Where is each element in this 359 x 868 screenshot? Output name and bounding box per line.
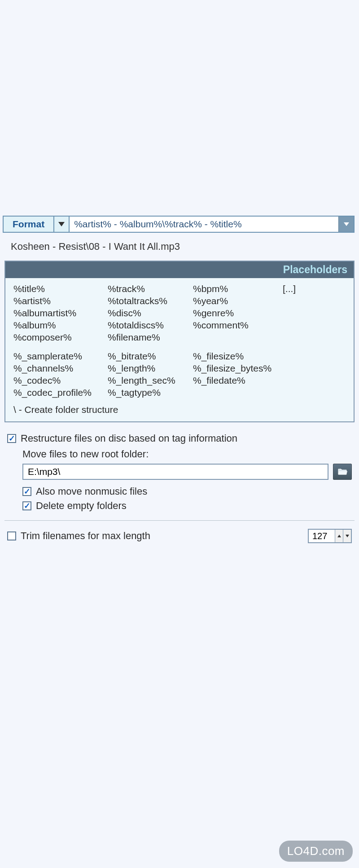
placeholder-item[interactable]: %composer% (13, 332, 108, 343)
svg-marker-3 (346, 535, 349, 537)
format-history-dropdown[interactable] (338, 217, 354, 232)
placeholders-body: %title% %track% %bpm% [...] %artist% %to… (5, 278, 354, 421)
placeholder-item[interactable]: %genre% (193, 308, 283, 319)
delete-empty-checkbox[interactable] (22, 501, 31, 510)
root-folder-input[interactable] (22, 464, 328, 480)
restructure-subsection: Move files to new root folder: Also move… (4, 447, 355, 517)
placeholder-item[interactable]: %albumartist% (13, 308, 108, 319)
chevron-down-icon (346, 535, 349, 537)
placeholder-item[interactable]: %_codec_profile% (13, 387, 108, 398)
format-preview: Kosheen - Resist\08 - I Want It All.mp3 (4, 238, 355, 261)
trim-length-spinner (308, 529, 352, 543)
restructure-checkbox[interactable] (7, 434, 16, 443)
placeholders-panel: Placeholders %title% %track% %bpm% [...]… (4, 261, 355, 422)
placeholder-item[interactable]: %album% (13, 320, 108, 331)
trim-checkbox[interactable] (7, 531, 16, 540)
folder-open-icon (337, 468, 347, 475)
watermark: LO4D.com (279, 841, 353, 862)
chevron-up-icon (337, 535, 341, 537)
trim-row: Trim filenames for max length (4, 524, 355, 548)
placeholder-item[interactable]: %artist% (13, 296, 108, 306)
browse-folder-button[interactable] (333, 464, 352, 480)
svg-marker-0 (58, 222, 65, 226)
placeholder-item[interactable]: %_length% (108, 363, 193, 374)
placeholders-grid-1: %title% %track% %bpm% [...] %artist% %to… (13, 283, 346, 343)
nonmusic-checkbox[interactable] (22, 487, 31, 496)
placeholder-item[interactable]: %year% (193, 296, 283, 306)
restructure-checkbox-label: Restructure files on disc based on tag i… (21, 433, 237, 444)
chevron-down-icon (344, 222, 349, 226)
placeholders-grid-2: %_samplerate% %_bitrate% %_filesize% %_c… (13, 351, 346, 398)
placeholder-item[interactable]: %totaltracks% (108, 296, 193, 306)
placeholder-item[interactable]: %bpm% (193, 283, 283, 294)
placeholders-header: Placeholders (5, 261, 354, 278)
format-input-wrap (70, 216, 355, 233)
placeholder-item[interactable]: %title% (13, 283, 108, 294)
move-files-label: Move files to new root folder: (22, 448, 352, 460)
placeholder-more[interactable]: [...] (283, 283, 346, 294)
placeholder-item[interactable]: %_filedate% (193, 375, 283, 386)
svg-marker-2 (337, 535, 341, 537)
delete-empty-checkbox-label: Delete empty folders (36, 500, 127, 512)
format-label-box: Format (3, 216, 70, 233)
spinner-up-button[interactable] (335, 530, 343, 542)
placeholder-item[interactable]: %totaldiscs% (108, 320, 193, 331)
spinner-down-button[interactable] (343, 530, 351, 542)
placeholder-item[interactable]: %_bitrate% (108, 351, 193, 362)
placeholder-item[interactable]: %_samplerate% (13, 351, 108, 362)
placeholder-item[interactable]: %_channels% (13, 363, 108, 374)
chevron-down-icon (58, 222, 65, 226)
placeholder-item[interactable]: %filename% (108, 332, 193, 343)
svg-marker-1 (344, 222, 349, 226)
trim-length-input[interactable] (309, 531, 335, 541)
placeholder-item[interactable]: %_tagtype% (108, 387, 193, 398)
section-divider (4, 520, 355, 521)
placeholder-item[interactable]: %_codec% (13, 375, 108, 386)
placeholder-item[interactable]: %_filesize_bytes% (193, 363, 283, 374)
format-label: Format (4, 219, 53, 230)
nonmusic-checkbox-label: Also move nonmusic files (36, 486, 147, 497)
placeholder-item[interactable]: %_filesize% (193, 351, 283, 362)
format-dropdown-toggle[interactable] (53, 217, 69, 232)
format-input[interactable] (70, 217, 338, 232)
folder-structure-note: \ - Create folder structure (13, 404, 346, 415)
trim-checkbox-label: Trim filenames for max length (21, 530, 150, 542)
placeholder-item[interactable]: %comment% (193, 320, 283, 331)
placeholder-item[interactable]: %track% (108, 283, 193, 294)
restructure-checkbox-row: Restructure files on disc based on tag i… (4, 430, 355, 447)
placeholder-item[interactable]: %disc% (108, 308, 193, 319)
placeholder-item[interactable]: %_length_sec% (108, 375, 193, 386)
